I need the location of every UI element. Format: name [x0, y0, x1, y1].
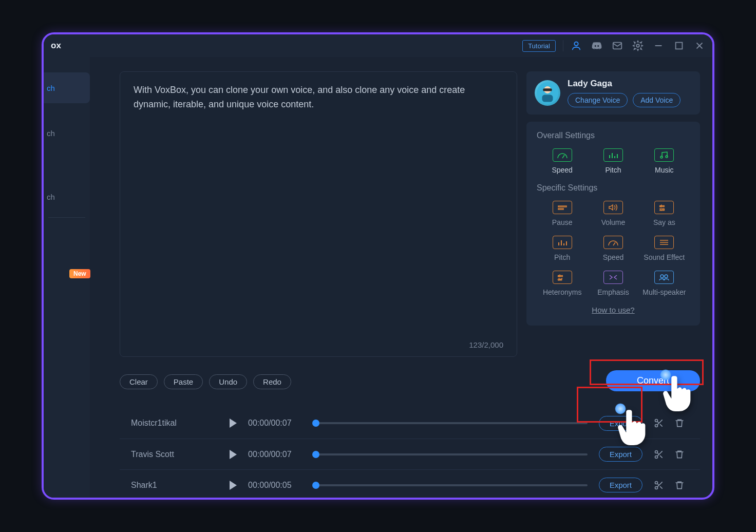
redo-button[interactable]: Redo — [253, 374, 291, 389]
specific-row-1: Pause Volume abc123 Say as — [537, 201, 690, 226]
seek-track[interactable] — [316, 484, 588, 486]
add-voice-button[interactable]: Add Voice — [633, 93, 681, 107]
text-editor[interactable]: With VoxBox, you can clone your own voic… — [120, 71, 517, 357]
settings-card: Overall Settings Speed Pitch — [526, 122, 700, 326]
setting-label: Sound Effect — [644, 253, 685, 261]
svg-line-42 — [660, 455, 663, 458]
right-panel: Lady Gaga Change Voice Add Voice Overall… — [526, 71, 700, 357]
svg-line-26 — [613, 242, 615, 245]
app-title: ox — [51, 41, 61, 51]
sidebar-item-0[interactable]: ch — [44, 72, 90, 103]
setting-soundeffect[interactable]: Sound Effect — [641, 236, 687, 261]
trash-icon[interactable] — [674, 480, 685, 490]
setting-pitch2[interactable]: Pitch — [539, 236, 585, 261]
mail-icon[interactable] — [612, 40, 623, 51]
sidebar: ch ch ch New — [44, 57, 90, 498]
how-to-use-link[interactable]: How to use? — [537, 306, 690, 314]
titlebar: ox Tutorial — [44, 34, 712, 57]
sidebar-item-label: ch — [47, 193, 55, 201]
sidebar-item-2[interactable]: ch — [44, 181, 90, 212]
close-icon[interactable] — [694, 40, 705, 51]
overall-settings-row: Speed Pitch Music — [537, 148, 690, 174]
setting-pitch[interactable]: Pitch — [590, 148, 636, 174]
top-row: With VoxBox, you can clone your own voic… — [120, 71, 700, 357]
pause-icon — [553, 201, 572, 214]
setting-label: Music — [655, 166, 674, 174]
paste-button[interactable]: Paste — [164, 374, 203, 389]
setting-heteronyms[interactable]: abcdef Heteronyms — [539, 271, 585, 296]
play-icon[interactable] — [230, 481, 237, 490]
setting-speed[interactable]: Speed — [539, 148, 585, 174]
history-name: Moistcr1tikal — [131, 419, 218, 428]
gauge-icon — [553, 148, 572, 162]
svg-text:abc: abc — [659, 204, 665, 207]
sidebar-item-1[interactable]: ch — [44, 118, 90, 148]
gear-icon[interactable] — [632, 40, 644, 51]
titlebar-icons — [571, 40, 705, 51]
svg-rect-10 — [542, 95, 553, 102]
voice-card: Lady Gaga Change Voice Add Voice — [526, 71, 700, 115]
setting-sayas[interactable]: abc123 Say as — [641, 201, 687, 226]
svg-line-38 — [657, 422, 659, 423]
maximize-icon[interactable] — [673, 40, 685, 51]
svg-point-40 — [655, 455, 658, 458]
sayas-icon: abc123 — [654, 201, 674, 214]
history-time: 00:00/00:05 — [248, 481, 305, 490]
play-icon[interactable] — [230, 450, 237, 459]
divider — [563, 40, 563, 51]
svg-point-35 — [655, 425, 658, 427]
seek-track[interactable] — [316, 453, 588, 455]
scissors-icon[interactable] — [654, 418, 664, 428]
svg-line-37 — [660, 424, 663, 427]
convert-button[interactable]: Convert — [606, 370, 700, 391]
svg-point-16 — [660, 156, 663, 158]
setting-label: Pause — [552, 218, 573, 226]
setting-emphasis[interactable]: Emphasis — [590, 271, 636, 296]
setting-pause[interactable]: Pause — [539, 201, 585, 226]
history-row: Moistcr1tikal 00:00/00:07 Export — [120, 408, 700, 439]
setting-label: Pitch — [605, 166, 621, 174]
seek-thumb[interactable] — [312, 451, 319, 458]
user-icon[interactable] — [571, 40, 582, 51]
seek-thumb[interactable] — [312, 420, 319, 427]
change-voice-button[interactable]: Change Voice — [568, 93, 628, 107]
svg-point-34 — [655, 420, 658, 422]
setting-music[interactable]: Music — [641, 148, 687, 174]
setting-label: Pitch — [554, 253, 570, 261]
undo-button[interactable]: Undo — [209, 374, 247, 389]
svg-point-44 — [655, 481, 658, 484]
svg-point-33 — [665, 275, 668, 278]
svg-line-47 — [660, 486, 663, 489]
setting-label: Speed — [552, 166, 572, 174]
trash-icon[interactable] — [674, 418, 685, 428]
app-window: ox Tutorial — [42, 32, 714, 500]
export-button[interactable]: Export — [599, 447, 642, 462]
bars-icon — [553, 236, 572, 249]
tutorial-button[interactable]: Tutorial — [522, 40, 556, 52]
minimize-icon[interactable] — [653, 40, 664, 51]
scissors-icon[interactable] — [654, 480, 664, 490]
scissors-icon[interactable] — [654, 449, 664, 460]
export-button[interactable]: Export — [599, 416, 642, 431]
seek-thumb[interactable] — [312, 482, 319, 489]
setting-label: Volume — [601, 218, 626, 226]
people-icon — [654, 271, 674, 284]
svg-rect-4 — [676, 43, 683, 49]
setting-multispeaker[interactable]: Multi-speaker — [641, 271, 687, 296]
discord-icon[interactable] — [591, 40, 602, 51]
export-button[interactable]: Export — [599, 478, 642, 492]
history-name: Travis Scott — [131, 450, 218, 459]
history-list: Moistcr1tikal 00:00/00:07 Export Travis … — [120, 408, 700, 500]
svg-point-45 — [655, 486, 658, 489]
specific-row-2: Pitch Speed Sound Effect — [537, 236, 690, 261]
setting-label: Emphasis — [597, 288, 629, 296]
setting-speed2[interactable]: Speed — [590, 236, 636, 261]
play-icon[interactable] — [230, 419, 237, 428]
row-icons — [654, 480, 685, 490]
svg-line-43 — [657, 452, 659, 454]
trash-icon[interactable] — [674, 449, 685, 460]
content: With VoxBox, you can clone your own voic… — [90, 57, 712, 498]
seek-track[interactable] — [316, 422, 588, 424]
setting-volume[interactable]: Volume — [590, 201, 636, 226]
clear-button[interactable]: Clear — [120, 374, 158, 389]
